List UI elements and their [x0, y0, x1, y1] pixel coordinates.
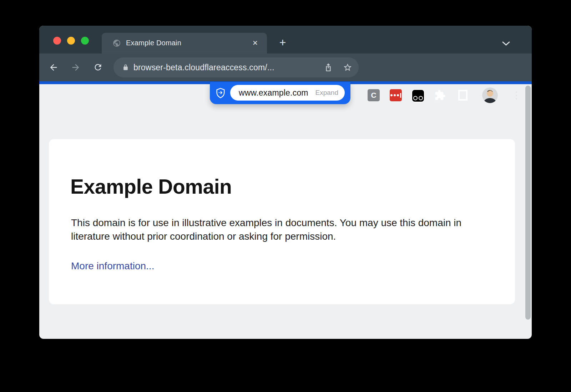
page-title: Example Domain	[70, 175, 232, 198]
forward-button[interactable]	[71, 62, 81, 72]
minimize-window-button[interactable]	[67, 37, 75, 45]
new-tab-button[interactable]: +	[276, 36, 290, 50]
bookmark-star-icon[interactable]	[343, 63, 352, 72]
extension-c-icon[interactable]: C	[368, 89, 380, 101]
tab-strip: Example Domain ✕ +	[39, 26, 532, 54]
isolation-url-pill[interactable]: www.example.com Expand	[210, 82, 350, 104]
extensions-puzzle-icon[interactable]	[434, 89, 446, 101]
side-panel-extension-icon[interactable]	[457, 89, 469, 101]
page-paragraph: This domain is for use in illustrative e…	[71, 216, 485, 243]
globe-icon	[112, 39, 121, 47]
share-icon[interactable]	[324, 63, 333, 72]
browser-window: Example Domain ✕ +	[39, 26, 532, 339]
lock-icon[interactable]	[122, 63, 129, 71]
back-button[interactable]	[49, 62, 59, 72]
close-window-button[interactable]	[53, 37, 61, 45]
goggles-extension-icon[interactable]	[411, 89, 425, 102]
expand-button[interactable]: Expand	[315, 89, 338, 97]
scrollbar-thumb[interactable]	[525, 86, 531, 320]
profile-avatar[interactable]	[482, 87, 498, 103]
window-controls	[53, 37, 89, 45]
isolated-site-url: www.example.com	[239, 88, 308, 98]
chevron-down-icon[interactable]	[501, 41, 511, 48]
isolation-site-field[interactable]: www.example.com Expand	[230, 85, 345, 101]
content-card: Example Domain This domain is for use in…	[49, 139, 515, 304]
lastpass-extension-icon[interactable]	[390, 89, 402, 101]
toolbar: browser-beta.cloudflareaccess.com/... C	[39, 54, 532, 81]
fullscreen-window-button[interactable]	[81, 37, 89, 45]
reload-button[interactable]	[93, 62, 103, 72]
close-tab-icon[interactable]: ✕	[250, 38, 261, 49]
browser-menu-icon[interactable]: ⋮	[511, 87, 522, 103]
address-bar[interactable]: browser-beta.cloudflareaccess.com/...	[113, 57, 359, 77]
url-text[interactable]: browser-beta.cloudflareaccess.com/...	[133, 63, 274, 72]
tab-example-domain[interactable]: Example Domain ✕	[102, 33, 267, 54]
tab-title: Example Domain	[126, 39, 181, 47]
more-information-link[interactable]: More information...	[71, 260, 154, 272]
shield-arrow-icon	[216, 88, 226, 98]
